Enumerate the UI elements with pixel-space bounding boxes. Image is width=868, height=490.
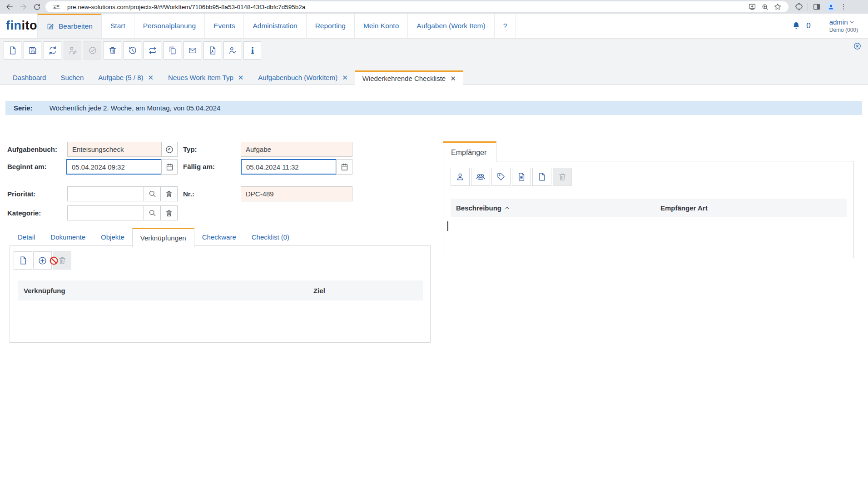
email-button[interactable] xyxy=(184,41,201,60)
verknuepfung-new-button[interactable] xyxy=(14,251,32,270)
tab-checkware[interactable]: Checkware xyxy=(194,228,244,246)
nav-item-mein-konto[interactable]: Mein Konto xyxy=(354,14,407,38)
trash-icon xyxy=(165,190,173,198)
install-app-icon[interactable] xyxy=(746,3,759,11)
recurrence-button[interactable] xyxy=(144,41,161,60)
tab-dashboard[interactable]: Dashboard xyxy=(5,70,53,85)
nav-item-personalplanung[interactable]: Personalplanung xyxy=(134,14,204,38)
tab-label: Dokumente xyxy=(50,233,85,241)
url-text[interactable]: pre.new-solutions.com/projectx-9/#/WorkI… xyxy=(67,4,746,10)
column-header-ziel[interactable]: Ziel xyxy=(313,287,325,295)
app-logo[interactable]: finito xyxy=(0,14,37,38)
nav-item-label: Events xyxy=(213,22,235,30)
trash-icon xyxy=(108,46,117,55)
prioritaet-label: Priorität: xyxy=(7,186,36,201)
tab-wiederkehrende-checkliste[interactable]: Wiederkehrende Checkliste✕ xyxy=(355,70,463,85)
new-item-button[interactable] xyxy=(4,41,21,60)
history-icon xyxy=(128,46,137,55)
add-group-button[interactable] xyxy=(471,168,490,186)
prioritaet-clear-button[interactable] xyxy=(160,186,178,201)
tab-label: Wiederkehrende Checkliste xyxy=(362,75,446,82)
aufgabenbuch-field[interactable]: Enteisungscheck xyxy=(67,142,162,157)
new-file-icon xyxy=(8,46,17,55)
verknuepfung-delete-button xyxy=(53,251,71,270)
browser-menu-icon[interactable] xyxy=(838,3,849,10)
info-button[interactable] xyxy=(243,41,261,60)
prioritaet-search-button[interactable] xyxy=(144,186,161,201)
tab-objekte[interactable]: Objekte xyxy=(93,228,132,246)
zoom-icon[interactable] xyxy=(759,3,771,11)
check-circle-icon xyxy=(88,46,97,55)
tab-neues-work-item-typ[interactable]: Neues Work Item Typ✕ xyxy=(161,70,251,85)
tab-aufgabenbuch-workitem[interactable]: Aufgabenbuch (WorkItem)✕ xyxy=(251,70,355,85)
tab-label: Verknüpfungen xyxy=(140,234,186,242)
tab-detail[interactable]: Detail xyxy=(10,228,43,246)
url-bar[interactable]: pre.new-solutions.com/projectx-9/#/WorkI… xyxy=(45,1,789,12)
tab-close-icon[interactable]: ✕ xyxy=(238,74,244,82)
tab-label: Checkware xyxy=(202,233,236,241)
not-allowed-cursor-icon xyxy=(49,256,59,265)
beginnt-am-input[interactable] xyxy=(66,159,162,175)
tab-empfaenger[interactable]: Empfänger xyxy=(443,141,496,162)
faellig-am-calendar-button[interactable] xyxy=(336,159,352,175)
nav-item-bearbeiten[interactable]: Bearbeiten xyxy=(37,14,101,38)
column-header-beschreibung[interactable]: Beschreibung xyxy=(451,204,660,212)
delete-button[interactable] xyxy=(104,41,121,60)
sidepanel-icon[interactable] xyxy=(810,3,823,11)
nav-item-help[interactable]: ? xyxy=(494,14,516,38)
nav-item-label: Administration xyxy=(253,22,297,30)
add-tag-button[interactable] xyxy=(491,168,511,186)
add-person-button[interactable] xyxy=(451,168,470,186)
nav-item-events[interactable]: Events xyxy=(204,14,243,38)
close-all-tabs-icon[interactable] xyxy=(853,42,862,50)
kategorie-input[interactable] xyxy=(67,205,144,220)
typ-field: Aufgabe xyxy=(241,142,352,157)
kategorie-search-button[interactable] xyxy=(144,205,161,220)
file-text-icon xyxy=(517,172,526,181)
nav-item-aufgaben-workitem[interactable]: Aufgaben (Work Item) xyxy=(407,14,494,38)
workspace-tabbar: Dashboard Suchen Aufgabe (5 / 8)✕ Neues … xyxy=(0,70,463,85)
column-header-empfaenger-art[interactable]: Empfänger Art xyxy=(660,204,708,212)
site-controls-icon[interactable] xyxy=(50,3,63,11)
add-document-button[interactable] xyxy=(532,168,551,186)
browser-chrome: pre.new-solutions.com/projectx-9/#/WorkI… xyxy=(0,0,868,14)
nav-item-reporting[interactable]: Reporting xyxy=(306,14,354,38)
approve-user-button[interactable] xyxy=(223,41,241,60)
tab-close-icon[interactable]: ✕ xyxy=(148,74,154,82)
browser-profile-avatar[interactable] xyxy=(825,1,836,12)
tab-label: Checklist (0) xyxy=(252,233,289,241)
tab-suchen[interactable]: Suchen xyxy=(53,70,91,85)
column-header-verknuepfung[interactable]: Verknüpfung xyxy=(18,287,313,295)
history-button[interactable] xyxy=(124,41,141,60)
nav-item-label: Start xyxy=(110,22,125,30)
save-button[interactable] xyxy=(24,41,41,60)
add-document-list-button[interactable] xyxy=(512,168,531,186)
prioritaet-input[interactable] xyxy=(67,186,144,201)
tab-verknuepfungen[interactable]: Verknüpfungen xyxy=(132,228,194,247)
copy-button[interactable] xyxy=(164,41,181,60)
browser-refresh-icon[interactable] xyxy=(30,1,44,13)
beginnt-am-label: Beginnt am: xyxy=(7,159,47,175)
tab-close-icon[interactable]: ✕ xyxy=(450,75,456,83)
tab-aufgabe[interactable]: Aufgabe (5 / 8)✕ xyxy=(91,70,161,85)
browser-back-icon[interactable] xyxy=(3,1,16,13)
user-menu[interactable]: admin Demo (000) xyxy=(821,18,868,33)
aufgabenbuch-goto-button[interactable] xyxy=(161,142,178,157)
faellig-am-input[interactable] xyxy=(241,159,337,175)
tab-dokumente[interactable]: Dokumente xyxy=(43,228,93,246)
nr-label: Nr.: xyxy=(183,186,194,201)
bookmark-star-icon[interactable] xyxy=(771,3,784,11)
kategorie-clear-button[interactable] xyxy=(160,205,178,220)
pdf-export-button[interactable] xyxy=(203,41,221,60)
chrome-divider xyxy=(808,3,808,11)
beginnt-am-calendar-button[interactable] xyxy=(161,159,178,175)
nav-item-start[interactable]: Start xyxy=(101,14,134,38)
tab-close-icon[interactable]: ✕ xyxy=(342,74,348,82)
extensions-icon[interactable] xyxy=(792,3,806,11)
tab-label: Detail xyxy=(18,233,35,241)
calendar-icon xyxy=(340,163,349,171)
notifications[interactable]: 0 xyxy=(792,21,820,30)
refresh-button[interactable] xyxy=(44,41,61,60)
nav-item-administration[interactable]: Administration xyxy=(243,14,306,38)
tab-checklist[interactable]: Checklist (0) xyxy=(244,228,297,246)
